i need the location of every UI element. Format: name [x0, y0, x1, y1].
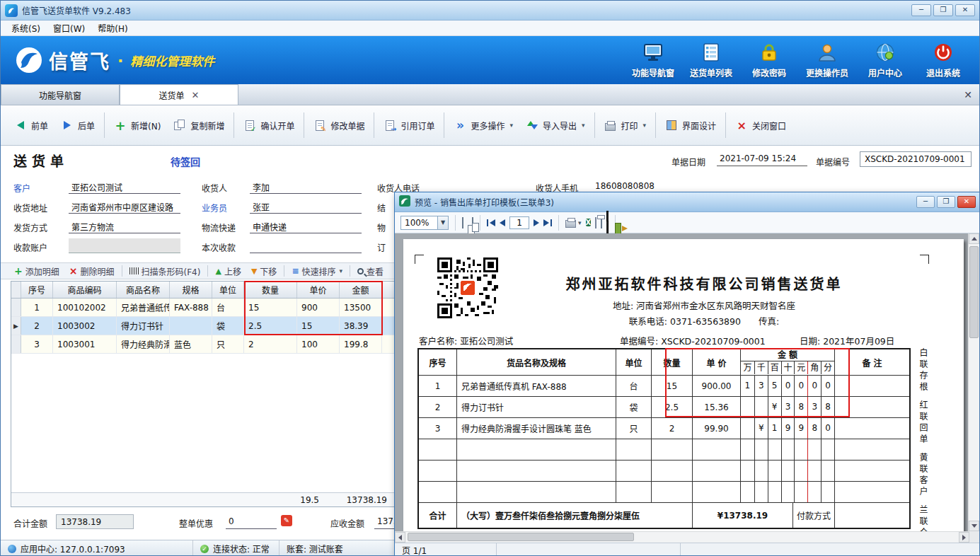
scroll-left-icon[interactable] [395, 532, 405, 543]
col-amount[interactable]: 金额 [340, 282, 382, 298]
ship-method-field[interactable]: 第三方物流 [69, 219, 180, 233]
scroll-thumb[interactable] [969, 246, 979, 338]
payment-field[interactable] [250, 238, 362, 253]
ref-order-button[interactable]: →引用订单 [377, 112, 441, 138]
copy-label: 白联存根 [917, 348, 929, 393]
close-button[interactable]: ✕ [955, 4, 975, 16]
tabstrip-close-icon[interactable]: ✕ [964, 89, 972, 100]
tab-close-icon[interactable]: ✕ [192, 90, 200, 100]
address-field[interactable]: 河南省郑州市中原区建设路 [69, 199, 180, 214]
receivable-label: 应收金额 [330, 517, 364, 529]
minimize-button[interactable]: ─ [911, 4, 931, 16]
print-menu-button[interactable]: ▾ [565, 217, 582, 228]
discount-edit-icon[interactable]: ✎ [281, 515, 292, 526]
preview-title-bar: 预览 - 销售出库单打印模板(三联单3) ─ ❐ ✕ [395, 192, 980, 212]
col-qty[interactable]: 数量 [244, 282, 297, 298]
title-bar: 信管飞送货单软件 V9.2.483 ─ ❐ ✕ [1, 1, 979, 21]
delivery-list-button[interactable]: 送货单列表 [682, 42, 740, 79]
add-button[interactable]: +新增(N) [108, 112, 167, 138]
salesman-field[interactable]: 张亚 [250, 199, 362, 214]
move-up-icon: ▲ [215, 267, 221, 276]
customer-field[interactable]: 亚拓公司测试 [69, 179, 180, 194]
page-single-button[interactable] [462, 218, 463, 228]
scan-barcode-button[interactable]: 扫描条形码(F4) [125, 265, 206, 277]
next-page-button[interactable] [534, 219, 539, 226]
dropdown-caret-icon[interactable]: ▾ [643, 122, 647, 129]
exit-system-button[interactable]: 退出系统 [914, 42, 972, 79]
preview-logo-icon [399, 195, 410, 209]
export-excel-button[interactable]: X [586, 217, 592, 228]
next-doc-button[interactable]: 后单 [54, 112, 101, 138]
switch-operator-button[interactable]: 更换操作员 [798, 42, 856, 79]
scroll-thumb[interactable] [408, 533, 634, 541]
preview-status-bar: 页 1/1 [395, 543, 980, 556]
tab-delivery-order[interactable]: 送货单 ✕ [120, 84, 238, 105]
scroll-right-icon[interactable] [959, 532, 969, 543]
col-unit[interactable]: 单位 [212, 282, 244, 298]
import-export-button[interactable]: 导入导出▾ [519, 112, 592, 138]
more-icon: » [454, 119, 466, 132]
total-in-words: （大写）壹万叁仟柒佰叁拾捌元壹角捌分柒厘伍 [456, 503, 692, 528]
dropdown-caret-icon[interactable]: ▾ [582, 122, 585, 129]
zoom-select[interactable]: 100%▼ [400, 216, 449, 230]
quick-print-button[interactable] [595, 218, 596, 228]
edit-doc-button[interactable]: ✎修改单据 [307, 112, 371, 138]
menu-window[interactable]: 窗口(W) [47, 21, 91, 35]
col-spec[interactable]: 规格 [170, 282, 212, 298]
doc-number-value[interactable]: XSCKD-20210709-0001 [860, 151, 972, 167]
print-preview-dialog: 预览 - 销售出库单打印模板(三联单3) ─ ❐ ✕ 100%▼ ▾ X [394, 192, 980, 556]
last-page-button[interactable] [543, 219, 552, 226]
change-password-button[interactable]: 修改密码 [740, 42, 798, 79]
restore-button[interactable]: ❐ [933, 4, 953, 16]
user-center-button[interactable]: 用户中心 [856, 42, 914, 79]
doc-date-value[interactable]: 2021-07-09 15:24 [717, 151, 807, 166]
menu-system[interactable]: 系统(S) [5, 21, 47, 35]
prev-doc-button[interactable]: 前单 [8, 112, 54, 138]
logistics-field[interactable]: 申通快递 [250, 219, 362, 233]
menu-help[interactable]: 帮助(H) [91, 21, 134, 35]
delete-row-button[interactable]: ×删除明细 [64, 265, 120, 277]
settle-label: 结 [377, 202, 386, 214]
fullscreen-button[interactable] [606, 213, 609, 233]
new-doc-button[interactable] [601, 218, 602, 228]
tab-nav-window[interactable]: 功能导航窗 [1, 84, 120, 105]
total-amount-field[interactable]: 13738.19 [56, 514, 134, 529]
preview-minimize-button[interactable]: ─ [916, 196, 935, 208]
quick-sort-button[interactable]: ≡快速排序▾ [287, 265, 347, 277]
dropdown-caret-icon[interactable]: ▾ [509, 122, 513, 129]
print-button[interactable]: 打印▾ [598, 112, 653, 138]
preview-maximize-button[interactable]: ❐ [937, 196, 955, 208]
doc-number-label: 单据编号 [816, 156, 850, 168]
more-actions-button[interactable]: »更多操作▾ [447, 112, 519, 138]
page-number-input[interactable] [509, 216, 529, 229]
discount-label: 整单优惠 [179, 517, 213, 529]
confirm-doc-icon: ✓ [243, 119, 256, 132]
preview-close-button[interactable]: ✕ [957, 196, 976, 208]
col-price[interactable]: 单价 [297, 282, 340, 298]
scroll-down-icon[interactable] [969, 521, 979, 531]
preview-vertical-scrollbar[interactable] [968, 233, 980, 531]
move-down-button[interactable]: ▼下移 [246, 265, 282, 277]
account-field[interactable] [69, 238, 180, 253]
preview-horizontal-scrollbar[interactable] [395, 531, 969, 543]
confirm-order-button[interactable]: ✓确认开单 [237, 112, 301, 138]
menu-bar: 系统(S) 窗口(W) 帮助(H) [1, 21, 979, 36]
copy-add-button[interactable]: 复制新增 [167, 112, 231, 138]
move-up-button[interactable]: ▲上移 [210, 265, 246, 277]
col-code[interactable]: 商品编码 [53, 282, 117, 298]
ui-design-button[interactable]: 界面设计 [659, 112, 722, 138]
edit-doc-icon: ✎ [313, 119, 326, 132]
view-button[interactable]: 查看 [352, 265, 388, 277]
receiver-field[interactable]: 李加 [250, 179, 362, 194]
first-page-button[interactable] [487, 219, 495, 226]
col-name[interactable]: 商品名称 [117, 282, 170, 298]
close-window-button[interactable]: ×关闭窗口 [729, 112, 792, 138]
discount-field[interactable]: 0 [226, 514, 277, 529]
dropdown-caret-icon[interactable]: ▾ [339, 267, 342, 274]
row-indicator [11, 299, 21, 316]
nav-window-button[interactable]: 功能导航窗 [624, 42, 682, 79]
prev-page-button[interactable] [500, 219, 505, 226]
col-seq[interactable]: 序号 [21, 282, 53, 298]
add-row-button[interactable]: +添加明细 [9, 265, 64, 277]
scroll-up-icon[interactable] [969, 233, 979, 244]
